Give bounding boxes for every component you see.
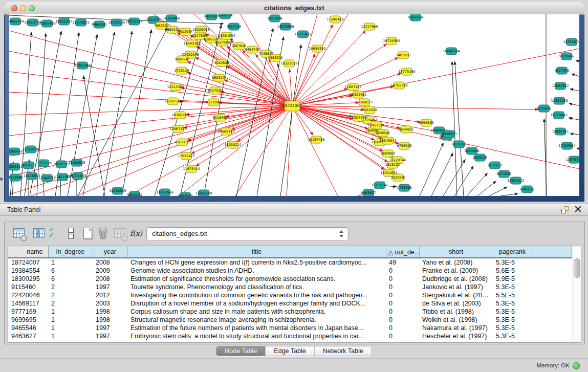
scrollbar-thumb[interactable] [574,258,580,278]
table-cell[interactable]: Franke et al. (2009) [419,267,493,275]
table-cell[interactable]: 2008 [93,275,127,283]
table-row[interactable]: 946554611997Estimation of the future num… [8,324,571,332]
table-cell[interactable]: 0 [386,291,419,299]
table-panel-titlebar[interactable]: Table Panel [0,204,588,216]
table-cell[interactable]: 14569117 [8,299,48,308]
table-cell[interactable]: Estimation of significance thresholds fo… [127,275,386,283]
show-columns-icon[interactable] [32,227,46,240]
table-row[interactable]: 1456911722003Disruption of a novel membe… [8,299,571,308]
table-cell[interactable]: 2012 [93,291,127,299]
table-cell[interactable]: 5.3E-5 [493,308,532,316]
table-cell[interactable]: 0 [386,324,419,332]
table-cell[interactable]: Hescheler et al. (1997) [419,332,493,340]
table-cell[interactable]: Wolkin et al. (1998) [419,316,493,324]
table-cell[interactable]: 5.6E-5 [493,267,532,275]
table-cell[interactable]: Disruption of a novel member of a sodium… [127,299,386,308]
table-cell[interactable]: Nakamura et al. (1997) [419,324,493,332]
panel-collapse-arrow-icon[interactable] [1,177,3,181]
table-cell[interactable]: 6 [48,267,93,275]
network-window-titlebar[interactable]: citations_edges.txt [4,2,584,15]
table-row[interactable]: 977716911998Corpus callosum shape and si… [8,308,571,316]
table-cell[interactable]: 18724007 [8,258,48,267]
table-cell[interactable]: 6 [48,275,93,283]
column-header-pagerank[interactable]: pagerank [493,246,532,258]
table-cell[interactable]: 0 [386,283,419,291]
table-cell[interactable]: Changes of HCN gene expression and I(f) … [127,258,386,267]
delete-column-icon[interactable] [97,227,110,240]
table-row[interactable]: 1938455462009Genome-wide association stu… [8,267,571,275]
table-cell[interactable]: 9115460 [8,283,48,291]
float-panel-icon[interactable] [561,206,569,213]
column-header-out-de-[interactable]: △ out_de... [386,246,419,258]
tab-node-table[interactable]: Node Table [216,346,265,356]
table-cell[interactable]: Stergiakouli et al. (2012) [419,291,493,299]
table-cell[interactable]: 5.3E-5 [493,299,532,308]
table-cell[interactable]: 1998 [93,316,127,324]
table-mode-icon[interactable] [12,227,26,240]
column-header-year[interactable]: year [93,246,127,258]
create-column-icon[interactable] [81,227,95,240]
table-cell[interactable]: 18300295 [8,275,48,283]
table-cell[interactable]: 2003 [93,299,127,308]
function-builder-icon[interactable]: f(x) [129,227,143,240]
column-header-in-degree[interactable]: in_degree [48,246,93,258]
table-cell[interactable]: Yano et al. (2008) [419,258,493,267]
table-cell[interactable]: 9463627 [8,332,48,340]
table-cell[interactable]: 0 [386,308,419,316]
table-cell[interactable]: 2009 [93,267,127,275]
column-header-short[interactable]: short [419,246,493,258]
table-cell[interactable]: Tibbo et al. (1998) [419,308,493,316]
table-cell[interactable]: 0 [386,275,419,283]
table-cell[interactable]: 1 [48,332,93,340]
table-cell[interactable]: 19384554 [8,267,48,275]
table-row[interactable]: 969969511998Structural magnetic resonanc… [8,316,571,324]
unselect-all-columns-icon[interactable] [64,227,77,240]
table-cell[interactable]: Genome-wide association studies in ADHD. [127,267,386,275]
table-cell[interactable]: 1997 [93,324,127,332]
table-cell[interactable]: 5.3E-5 [493,332,532,340]
table-cell[interactable]: 5.3E-5 [493,324,532,332]
table-row[interactable]: 1872400712008Changes of HCN gene express… [8,258,571,267]
table-cell[interactable]: 5.3E-5 [493,258,532,267]
vertical-scrollbar[interactable] [573,246,581,342]
table-cell[interactable]: Dudbridge et al. (2008) [419,275,493,283]
table-cell[interactable]: Corpus callosum shape and size in male p… [127,308,386,316]
table-row[interactable]: 1830029562008Estimation of significance … [8,275,571,283]
tab-network-table[interactable]: Network Table [314,346,372,356]
table-cell[interactable]: 5.3E-5 [493,283,532,291]
table-cell[interactable]: 1997 [93,332,127,340]
table-cell[interactable]: 1997 [93,283,127,291]
table-select-dropdown[interactable]: citations_edges.txt [146,227,349,240]
table-cell[interactable]: 0 [386,299,419,308]
table-cell[interactable]: Estimation of the future numbers of pati… [127,324,386,332]
column-header-name[interactable]: name [8,246,48,258]
table-cell[interactable]: 2 [48,283,93,291]
table-cell[interactable]: 2 [48,299,93,308]
table-cell[interactable]: 1 [48,324,93,332]
table-cell[interactable]: Investigating the contribution of common… [127,291,386,299]
table-cell[interactable]: 9465546 [8,324,48,332]
tab-edge-table[interactable]: Edge Table [265,346,314,356]
table-cell[interactable]: de Silva et al. (2003) [419,299,493,308]
table-cell[interactable]: 0 [386,332,419,340]
table-cell[interactable]: 5.5E-5 [493,291,532,299]
table-row[interactable]: 2242004622012Investigating the contribut… [8,291,571,299]
close-panel-icon[interactable] [575,206,582,213]
table-cell[interactable]: 22420046 [8,291,48,299]
table-cell[interactable]: Structural magnetic resonance image aver… [127,316,386,324]
table-cell[interactable]: 5.3E-5 [493,316,532,324]
table-cell[interactable]: 1 [48,316,93,324]
table-row[interactable]: 946362711997Embryonic stem cells: a mode… [8,332,571,340]
table-cell[interactable]: 49 [386,258,419,267]
table-cell[interactable]: 2 [48,291,93,299]
table-cell[interactable]: 1 [48,258,93,267]
table-row[interactable]: 911546021997Tourette syndrome. Phenomeno… [8,283,571,291]
table-cell[interactable]: 0 [386,267,419,275]
table-cell[interactable]: Tourette syndrome. Phenomenology and cla… [127,283,386,291]
column-header-title[interactable]: title [127,246,386,258]
network-view[interactable]: 2405572420553724208914061065525715276021… [9,14,579,196]
table-cell[interactable]: Jankovic et al. (1997) [419,283,493,291]
table-cell[interactable]: 9699695 [8,316,48,324]
table-cell[interactable]: 1 [48,308,93,316]
table-cell[interactable]: Embryonic stem cells: a model to study s… [127,332,386,340]
